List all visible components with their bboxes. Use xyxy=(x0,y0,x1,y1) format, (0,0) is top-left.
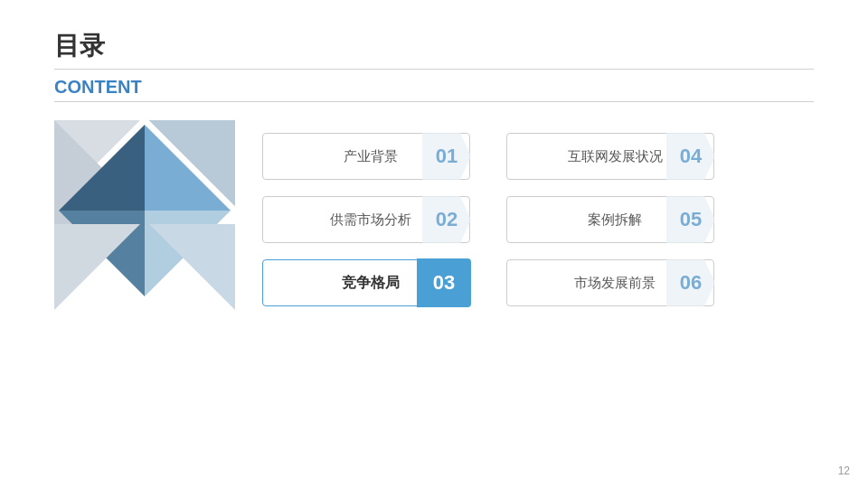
menu-row-1: 产业背景 01 互联网发展状况 xyxy=(262,133,814,180)
number-text-3: 03 xyxy=(433,271,455,295)
menu-item-4-number: 04 xyxy=(666,133,715,180)
menu-item-2-number: 02 xyxy=(422,196,471,243)
menu-row-2: 供需市场分析 02 案例拆解 xyxy=(262,196,814,243)
menu-item-1-number: 01 xyxy=(422,133,471,180)
number-text-5: 05 xyxy=(680,208,702,231)
menu-container: 产业背景 01 互联网发展状况 xyxy=(262,133,814,306)
menu-item-3[interactable]: 竞争格局 03 xyxy=(262,259,470,306)
active-badge-3: 03 xyxy=(417,258,471,307)
header-subtitle: CONTENT xyxy=(54,77,814,98)
page-container: 目录 CONTENT xyxy=(0,0,868,488)
number-text-4: 04 xyxy=(680,145,702,168)
header-title: 目录 xyxy=(54,29,814,63)
menu-item-6-number: 06 xyxy=(666,259,715,306)
page-number: 12 xyxy=(838,465,850,477)
menu-item-1[interactable]: 产业背景 01 xyxy=(262,133,470,180)
number-text-2: 02 xyxy=(436,208,458,231)
header-divider xyxy=(54,69,814,70)
subtitle-divider xyxy=(54,101,814,102)
number-text-6: 06 xyxy=(680,271,702,295)
menu-item-6[interactable]: 市场发展前景 06 xyxy=(506,259,714,306)
main-content: 产业背景 01 互联网发展状况 xyxy=(54,120,814,319)
menu-item-5-number: 05 xyxy=(666,196,715,243)
menu-item-5[interactable]: 案例拆解 05 xyxy=(506,196,714,243)
menu-item-2[interactable]: 供需市场分析 02 xyxy=(262,196,470,243)
decorative-icon xyxy=(54,120,235,319)
menu-item-4[interactable]: 互联网发展状况 04 xyxy=(506,133,714,180)
menu-row-3: 竞争格局 03 市场发展前景 06 xyxy=(262,259,814,306)
number-text-1: 01 xyxy=(436,145,458,168)
